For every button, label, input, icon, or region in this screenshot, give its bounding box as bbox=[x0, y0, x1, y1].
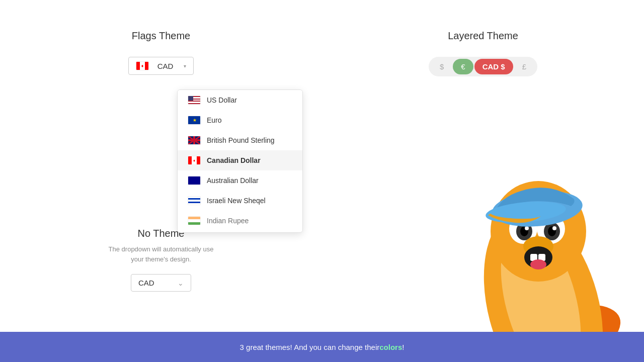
layered-currency-selector: $ € CAD $ £ bbox=[429, 57, 537, 76]
flags-dropdown-button[interactable]: ♦ CAD ▾ bbox=[128, 57, 194, 75]
svg-point-16 bbox=[530, 259, 546, 269]
layered-theme-panel: Layered Theme $ € CAD $ £ bbox=[322, 0, 644, 332]
flag-eu-icon: ★ bbox=[188, 116, 201, 125]
dropdown-item-aud[interactable]: Australian Dollar bbox=[178, 170, 302, 191]
flags-selected-label: CAD bbox=[157, 62, 174, 70]
dropdown-label-ils: Israeli New Sheqel bbox=[207, 197, 266, 205]
dropdown-item-eur[interactable]: ★ Euro bbox=[178, 110, 302, 130]
layered-theme-title: Layered Theme bbox=[448, 30, 518, 42]
dropdown-label-gbp: British Pound Sterling bbox=[207, 136, 275, 144]
dropdown-item-ils[interactable]: Israeli New Sheqel bbox=[178, 191, 302, 211]
no-theme-section: No Theme The dropdown will automatically… bbox=[40, 228, 282, 292]
layered-item-eur[interactable]: € bbox=[453, 59, 473, 74]
layered-item-gbp[interactable]: £ bbox=[514, 59, 534, 74]
svg-point-10 bbox=[525, 226, 529, 230]
no-theme-dropdown-button[interactable]: CAD ⌄ bbox=[131, 274, 191, 292]
no-theme-chevron-icon: ⌄ bbox=[178, 279, 184, 287]
no-theme-description: The dropdown will automatically use your… bbox=[109, 244, 214, 264]
dropdown-label-eur: Euro bbox=[207, 116, 222, 124]
banner-text-before: 3 great themes! And you can change their bbox=[240, 343, 380, 351]
flag-in-icon bbox=[188, 216, 201, 225]
banner-text-after: ! bbox=[402, 343, 404, 351]
flag-ca-icon: ♦ bbox=[188, 156, 201, 165]
flag-au-icon bbox=[188, 176, 201, 185]
svg-point-19 bbox=[533, 189, 543, 199]
maple-leaf-small-icon: ♦ bbox=[193, 158, 195, 163]
flag-us-icon bbox=[188, 96, 201, 105]
mascot-illustration bbox=[443, 131, 644, 332]
layered-item-cad[interactable]: CAD $ bbox=[474, 59, 513, 74]
dropdown-item-inr[interactable]: Indian Rupee bbox=[178, 211, 302, 232]
banner-highlight-text: colors bbox=[379, 343, 402, 351]
mascot-svg bbox=[443, 131, 644, 332]
flags-theme-title: Flags Theme bbox=[132, 30, 190, 42]
dropdown-item-usd[interactable]: US Dollar bbox=[178, 90, 302, 110]
bottom-banner: 3 great themes! And you can change their… bbox=[0, 332, 644, 362]
flag-gb-icon bbox=[188, 136, 201, 145]
flag-il-icon bbox=[188, 196, 201, 205]
dropdown-label-inr: Indian Rupee bbox=[207, 217, 249, 225]
dropdown-chevron-icon: ▾ bbox=[184, 63, 186, 69]
maple-leaf-icon: ♦ bbox=[141, 63, 144, 68]
dropdown-item-gbp[interactable]: British Pound Sterling bbox=[178, 130, 302, 150]
currency-dropdown-menu: US Dollar ★ Euro British Pound Sterling … bbox=[177, 89, 303, 233]
no-theme-selected-label: CAD bbox=[138, 279, 154, 287]
layered-item-usd[interactable]: $ bbox=[432, 59, 452, 74]
dropdown-label-cad: Canadian Dollar bbox=[207, 156, 261, 164]
dropdown-label-aud: Australian Dollar bbox=[207, 176, 259, 185]
dropdown-item-cad[interactable]: ♦ Canadian Dollar bbox=[178, 150, 302, 170]
dropdown-label-usd: US Dollar bbox=[207, 96, 237, 104]
selected-flag-icon: ♦ bbox=[136, 61, 149, 70]
svg-point-11 bbox=[552, 226, 556, 230]
